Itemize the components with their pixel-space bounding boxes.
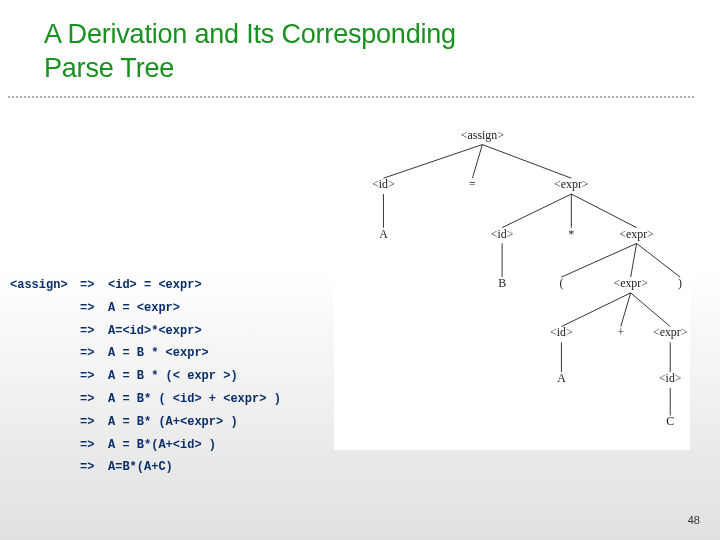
tree-edge (561, 243, 636, 277)
tree-edge (637, 243, 681, 277)
derivation-rhs: A = B* (A+<expr> ) (108, 415, 238, 429)
tree-node-label: ) (678, 276, 682, 290)
derivation-arrow: => (80, 411, 108, 434)
derivation-lhs: <assign> (10, 274, 80, 297)
tree-node-label: <id> (491, 227, 514, 241)
tree-node-label: <id> (372, 177, 395, 191)
derivation-rhs: A = B*(A+<id> ) (108, 438, 216, 452)
derivation-arrow: => (80, 342, 108, 365)
derivation-line: =>A = B* (A+<expr> ) (10, 411, 281, 434)
tree-node-label: B (498, 276, 506, 290)
tree-node-label: * (568, 227, 574, 241)
derivation-line: =>A = B * <expr> (10, 342, 281, 365)
tree-node-label: = (469, 177, 476, 191)
tree-node-label: A (557, 371, 566, 385)
tree-node-label: <expr> (613, 276, 648, 290)
tree-edge (571, 194, 636, 228)
tree-node-label: <expr> (554, 177, 589, 191)
parse-tree-diagram: <assign><id>=<expr>A<id>*<expr>B(<expr>)… (334, 120, 690, 450)
tree-node-label: <expr> (619, 227, 654, 241)
tree-edge (631, 243, 637, 277)
derivation-arrow: => (80, 456, 108, 479)
tree-edge (621, 293, 631, 327)
tree-node-label: C (666, 414, 674, 428)
tree-edge (561, 293, 630, 327)
derivation-arrow: => (80, 434, 108, 457)
derivation-line: <assign>=><id> = <expr> (10, 274, 281, 297)
parse-tree-svg: <assign><id>=<expr>A<id>*<expr>B(<expr>)… (334, 120, 690, 450)
derivation-line: =>A = B* ( <id> + <expr> ) (10, 388, 281, 411)
derivation-arrow: => (80, 320, 108, 343)
derivation-arrow: => (80, 365, 108, 388)
page-title: A Derivation and Its Corresponding Parse… (0, 0, 720, 86)
tree-edge (631, 293, 671, 327)
derivation-line: =>A=<id>*<expr> (10, 320, 281, 343)
derivation-rhs: A = <expr> (108, 301, 180, 315)
tree-edge (482, 145, 571, 179)
page-number: 48 (688, 514, 700, 526)
derivation-rhs: A = B * <expr> (108, 346, 209, 360)
derivation-rhs: A=<id>*<expr> (108, 324, 202, 338)
tree-node-label: + (617, 325, 624, 339)
derivation-rhs: A=B*(A+C) (108, 460, 173, 474)
derivation-line: =>A = B * (< expr >) (10, 365, 281, 388)
title-line-1: A Derivation and Its Corresponding (44, 19, 456, 49)
derivation-arrow: => (80, 274, 108, 297)
derivation-rhs: A = B * (< expr >) (108, 369, 238, 383)
tree-node-label: <expr> (653, 325, 688, 339)
tree-node-label: ( (559, 276, 563, 290)
derivation-rhs: A = B* ( <id> + <expr> ) (108, 392, 281, 406)
tree-node-label: <id> (659, 371, 682, 385)
divider-dotted (8, 96, 694, 98)
tree-node-label: A (379, 227, 388, 241)
tree-edge (472, 145, 482, 179)
derivation-line: =>A=B*(A+C) (10, 456, 281, 479)
derivation-rhs: <id> = <expr> (108, 278, 202, 292)
tree-node-label: <id> (550, 325, 573, 339)
derivation-line: =>A = <expr> (10, 297, 281, 320)
tree-edge (383, 145, 482, 179)
derivation-block: <assign>=><id> = <expr>=>A = <expr>=>A=<… (10, 274, 281, 479)
title-line-2: Parse Tree (44, 53, 174, 83)
tree-node-label: <assign> (461, 128, 504, 142)
derivation-line: =>A = B*(A+<id> ) (10, 434, 281, 457)
derivation-arrow: => (80, 297, 108, 320)
tree-edge (502, 194, 571, 228)
derivation-arrow: => (80, 388, 108, 411)
